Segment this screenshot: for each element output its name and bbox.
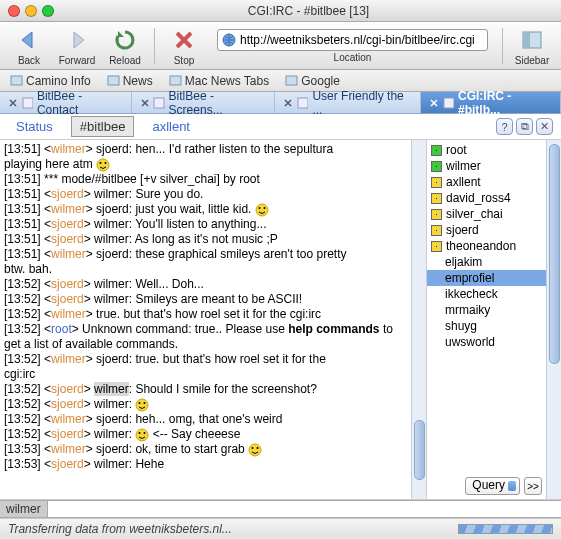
chat-line: [13:52] <sjoerd> wilmer: [4,397,407,412]
globe-icon [222,33,236,47]
status-text: Transferring data from weetniksbeters.nl… [8,522,232,536]
user-row[interactable]: ·sjoerd [427,222,546,238]
user-status-icon: · [431,225,442,236]
browser-tab[interactable]: BitlBee - Screens... [132,92,276,113]
bookmark-icon [285,74,298,87]
user-row[interactable]: ·silver_chai [427,206,546,222]
channel-tab[interactable]: #bitlbee [71,116,135,137]
progress-indicator [458,524,553,534]
chat-line: [13:53] <wilmer> sjoerd: ok, time to sta… [4,442,407,457]
chat-line: btw. bah. [4,262,407,277]
bookmark-icon [107,74,120,87]
window-minimize-button[interactable] [25,5,37,17]
tab-close-icon[interactable] [140,98,150,108]
sidebar-icon [518,26,546,54]
chat-input[interactable] [48,501,561,517]
chat-input-row: wilmer [0,500,561,518]
svg-rect-6 [286,76,297,85]
svg-point-23 [249,444,261,456]
smile-icon [135,398,149,412]
url-text: http://weetniksbeters.nl/cgi-bin/bitlbee… [240,33,475,47]
chat-line: [13:51] <wilmer> sjoerd: these graphical… [4,247,407,262]
help-button[interactable]: ? [496,118,513,135]
user-row[interactable]: ·wilmer [427,158,546,174]
chat-line: [13:51] <sjoerd> wilmer: Sure you do. [4,187,407,202]
svg-point-25 [257,447,259,449]
bookmark-icon [169,74,182,87]
bookmark-item[interactable]: Mac News Tabs [163,73,275,89]
stop-icon [170,26,198,54]
user-row[interactable]: uwsworld [427,334,546,350]
input-nick-label: wilmer [0,501,48,517]
browser-toolbar: Back Forward Reload Stop http://weetniks… [0,22,561,70]
svg-rect-4 [108,76,119,85]
user-row[interactable]: ·axllent [427,174,546,190]
pm-tab[interactable]: axllent [144,117,198,136]
browser-tab[interactable]: CGI:IRC - #bitlb... [421,92,561,113]
reload-button[interactable]: Reload [104,26,146,66]
smile-icon [255,203,269,217]
svg-rect-10 [444,98,454,108]
back-arrow-icon [15,26,43,54]
window-close-button[interactable] [8,5,20,17]
chat-scrollbar[interactable] [411,140,426,499]
bookmark-item[interactable]: Google [279,73,346,89]
svg-point-13 [105,162,107,164]
user-scrollbar[interactable] [546,140,561,499]
reload-icon [111,26,139,54]
user-row[interactable]: ·david_ross4 [427,190,546,206]
sidebar-button[interactable]: Sidebar [511,26,553,66]
window-zoom-button[interactable] [42,5,54,17]
query-go-button[interactable]: >> [524,477,542,495]
url-field[interactable]: http://weetniksbeters.nl/cgi-bin/bitlbee… [217,29,488,51]
chat-line: [13:52] <wilmer> sjoerd: heh... omg, tha… [4,412,407,427]
chat-line: [13:52] <sjoerd> wilmer: <-- Say cheeese [4,427,407,442]
stop-button[interactable]: Stop [163,26,205,66]
chat-line: playing here atm [4,157,407,172]
forward-button[interactable]: Forward [56,26,98,66]
user-row[interactable]: emprofiel [427,270,546,286]
user-row[interactable]: mrmaiky [427,302,546,318]
user-row[interactable]: ikkecheck [427,286,546,302]
chat-line: [13:52] <wilmer> true. but that's how ro… [4,307,407,322]
status-tab[interactable]: Status [8,117,61,136]
chat-line: [13:52] <sjoerd> wilmer: Smileys are mea… [4,292,407,307]
user-status-icon: · [431,241,442,252]
svg-rect-9 [298,98,308,108]
svg-point-24 [252,447,254,449]
user-row[interactable]: ·root [427,142,546,158]
close-button[interactable]: ✕ [536,118,553,135]
browser-tab[interactable]: BitlBee - Contact [0,92,132,113]
svg-point-22 [144,432,146,434]
tab-close-icon[interactable] [283,98,293,108]
tab-close-icon[interactable] [8,98,18,108]
chat-line: [13:53] <sjoerd> wilmer: Hehe [4,457,407,472]
svg-point-17 [136,399,148,411]
page-icon [22,97,33,109]
user-panel: ·root·wilmer·axllent·david_ross4·silver_… [426,140,546,499]
user-row[interactable]: ·theoneandon [427,238,546,254]
svg-rect-7 [23,98,33,108]
user-status-icon: · [431,193,442,204]
browser-tab[interactable]: User Friendly the ... [275,92,421,113]
user-row[interactable]: eljakim [427,254,546,270]
bookmark-item[interactable]: News [101,73,159,89]
query-select[interactable]: Query [465,477,520,495]
svg-point-20 [136,429,148,441]
user-list: ·root·wilmer·axllent·david_ross4·silver_… [427,140,546,473]
chat-line: [13:51] *** mode/#bitlbee [+v silver_cha… [4,172,407,187]
options-button[interactable]: ⧉ [516,118,533,135]
irc-tabs: Status #bitlbee axllent ?⧉✕ [0,114,561,140]
bookmark-icon [10,74,23,87]
page-icon [297,97,308,109]
user-row[interactable]: shuyg [427,318,546,334]
page-icon [443,97,454,109]
back-button[interactable]: Back [8,26,50,66]
tab-close-icon[interactable] [429,98,439,108]
svg-point-15 [258,207,260,209]
status-bar: Transferring data from weetniksbeters.nl… [0,518,561,538]
svg-point-21 [139,432,141,434]
bookmark-item[interactable]: Camino Info [4,73,97,89]
chat-line: [13:51] <wilmer> sjoerd: just you wait, … [4,202,407,217]
chat-line: [13:52] <root> Unknown command: true.. P… [4,322,407,352]
